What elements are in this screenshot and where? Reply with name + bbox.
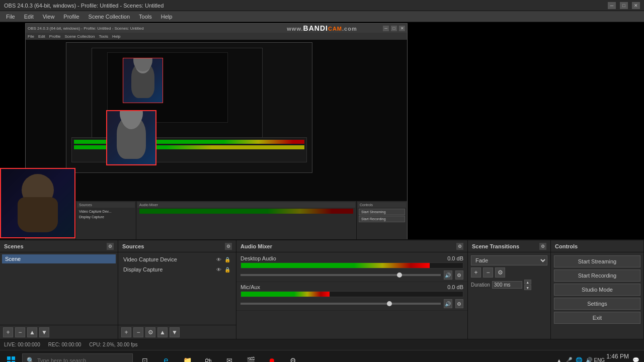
- source-lock-icon-video[interactable]: 🔒: [224, 256, 231, 263]
- inner-obs-title: OBS 24.0.3 (64-bit, windows) - Profile: …: [28, 26, 144, 31]
- sys-tray-chevron[interactable]: ▲: [555, 356, 563, 363]
- transition-type-select[interactable]: Fade Cut Swipe Slide Stinger Fade to Col…: [471, 255, 547, 265]
- inner-maximize-btn[interactable]: □: [391, 26, 397, 31]
- sources-list: Video Capture Device 👁 🔒 Display Capture…: [118, 252, 236, 325]
- scene-transitions-config-btn[interactable]: ⚙: [539, 243, 546, 250]
- close-button[interactable]: ✕: [632, 2, 640, 9]
- audio-track-desktop: Desktop Audio 0.0 dB 🔊 ⚙: [236, 253, 467, 282]
- audio-meter-desktop: [240, 262, 463, 268]
- studio-mode-button[interactable]: Studio Mode: [554, 284, 640, 296]
- transition-gear-btn[interactable]: ⚙: [495, 267, 505, 278]
- sources-add-btn[interactable]: +: [121, 327, 131, 337]
- minimize-button[interactable]: ─: [608, 2, 616, 9]
- sys-tray-lang[interactable]: ENG: [595, 356, 603, 363]
- taskbar-store-icon[interactable]: 🛍: [198, 351, 218, 363]
- system-clock[interactable]: 1:46 PM 7/12/2020: [606, 353, 629, 362]
- scene-transitions-title: Scene Transitions: [472, 243, 519, 249]
- start-streaming-button[interactable]: Start Streaming: [554, 255, 640, 267]
- maximize-button[interactable]: □: [620, 2, 628, 9]
- mic-gear-button[interactable]: ⚙: [455, 299, 463, 308]
- sys-tray-network-icon[interactable]: 🌐: [575, 356, 583, 363]
- sources-panel-config-btn[interactable]: ⚙: [225, 243, 232, 250]
- audio-mixer-header-controls: ⚙: [456, 243, 463, 250]
- sources-down-btn[interactable]: ▼: [170, 327, 180, 337]
- menu-help[interactable]: Help: [157, 13, 177, 21]
- preview-area: www.BANDICAM.com OBS 24.0.3 (64-bit, win…: [0, 22, 644, 239]
- menu-file[interactable]: File: [2, 13, 19, 21]
- taskbar-search-box[interactable]: 🔍: [22, 353, 133, 363]
- scenes-remove-btn[interactable]: −: [15, 327, 25, 337]
- taskbar-right: ▲ 🎤 🌐 🔊 ENG 1:46 PM 7/12/2020 💬: [555, 353, 642, 362]
- mic-volume-slider[interactable]: [240, 303, 441, 305]
- sys-tray-mic-icon[interactable]: 🎤: [565, 356, 573, 363]
- sources-panel-footer: + − ⚙ ▲ ▼: [118, 325, 236, 339]
- search-icon: 🔍: [27, 357, 34, 363]
- audio-mixer-config-btn[interactable]: ⚙: [456, 243, 463, 250]
- scenes-panel-title: Scenes: [4, 243, 24, 249]
- scenes-panel-config-btn[interactable]: ⚙: [107, 243, 114, 250]
- desktop-volume-slider[interactable]: [240, 274, 441, 276]
- sources-config-btn[interactable]: ⚙: [145, 327, 155, 337]
- audio-track-desktop-header: Desktop Audio 0.0 dB: [240, 255, 463, 261]
- taskbar-start-button[interactable]: [2, 351, 20, 363]
- duration-down-btn[interactable]: ▼: [524, 285, 531, 290]
- taskbar-edge-icon[interactable]: e: [156, 351, 176, 363]
- duration-up-btn[interactable]: ▲: [524, 280, 531, 285]
- audio-track-desktop-name: Desktop Audio: [240, 255, 276, 261]
- taskbar-rec-icon[interactable]: ⏺: [262, 351, 282, 363]
- scene-transitions-header: Scene Transitions ⚙: [468, 240, 550, 252]
- taskbar-settings-icon[interactable]: ⚙: [283, 351, 303, 363]
- inner-obs-canvas: [26, 40, 407, 201]
- inner-minimize-btn[interactable]: ─: [383, 26, 389, 31]
- scenes-up-btn[interactable]: ▲: [27, 327, 37, 337]
- sources-up-btn[interactable]: ▲: [157, 327, 168, 337]
- scenes-down-btn[interactable]: ▼: [39, 327, 49, 337]
- menu-tools[interactable]: Tools: [135, 13, 156, 21]
- source-item-video-capture[interactable]: Video Capture Device 👁 🔒: [120, 254, 234, 264]
- taskbar-obs-icon[interactable]: 🎬: [240, 351, 261, 363]
- mic-mute-button[interactable]: 🔊: [444, 299, 452, 308]
- taskbar-left: 🔍 ⊡ e 📁 🛍 ✉ 🎬 ⏺: [2, 351, 303, 363]
- sources-remove-btn[interactable]: −: [133, 327, 143, 337]
- menu-view[interactable]: View: [39, 13, 59, 21]
- source-item-display-capture[interactable]: Display Capture 👁 🔒: [120, 264, 234, 275]
- inner-obs-menu: File Edit Profile Scene Collection Tools…: [26, 33, 407, 40]
- settings-button[interactable]: Settings: [554, 298, 640, 310]
- audio-mixer-panel-header: Audio Mixer ⚙: [236, 240, 467, 252]
- exit-button[interactable]: Exit: [554, 312, 640, 324]
- desktop-gear-button[interactable]: ⚙: [455, 270, 463, 280]
- audio-mixer-panel: Audio Mixer ⚙ Desktop Audio 0.0 dB 🔊 ⚙: [236, 240, 468, 339]
- source-eye-icon-display[interactable]: 👁: [215, 266, 222, 273]
- taskbar-mail-icon[interactable]: ✉: [219, 351, 239, 363]
- source-lock-icon-display[interactable]: 🔒: [224, 266, 231, 273]
- transitions-add-remove: + − ⚙: [471, 267, 547, 278]
- audio-track-desktop-db: 0.0 dB: [447, 255, 463, 261]
- taskbar-task-view-btn[interactable]: ⊡: [135, 351, 155, 363]
- transition-remove-btn[interactable]: −: [483, 267, 493, 278]
- duration-controls: Duration ▲ ▼: [471, 280, 547, 290]
- scenes-add-btn[interactable]: +: [3, 327, 13, 337]
- audio-track-mic-controls: 🔊 ⚙: [240, 299, 463, 308]
- scenes-panel-header-controls: ⚙: [107, 243, 114, 250]
- duration-input[interactable]: [492, 281, 522, 289]
- desktop-mute-button[interactable]: 🔊: [444, 270, 452, 280]
- start-recording-button[interactable]: Start Recording: [554, 269, 640, 282]
- inner-close-btn[interactable]: ✕: [399, 26, 405, 31]
- statusbar: LIVE: 00:00:000 REC: 00:00:00 CPU: 2.0%,…: [0, 339, 644, 350]
- windows-logo-icon: [7, 356, 16, 363]
- source-eye-icon-video[interactable]: 👁: [215, 256, 222, 263]
- recursive-obs-preview: [66, 42, 312, 173]
- scenes-panel-footer: + − ▲ ▼: [0, 325, 118, 339]
- menu-profile[interactable]: Profile: [59, 13, 83, 21]
- audio-track-mic-header: Mic/Aux 0.0 dB: [240, 284, 463, 290]
- audio-track-desktop-controls: 🔊 ⚙: [240, 270, 463, 280]
- action-center-icon[interactable]: 💬: [632, 356, 640, 363]
- taskbar-search-input[interactable]: [37, 357, 128, 363]
- menu-edit[interactable]: Edit: [20, 13, 38, 21]
- sys-tray-volume-icon[interactable]: 🔊: [585, 356, 593, 363]
- sources-panel-header-controls: ⚙: [225, 243, 232, 250]
- menu-scene-collection[interactable]: Scene Collection: [85, 13, 134, 21]
- taskbar-explorer-icon[interactable]: 📁: [177, 351, 197, 363]
- transition-add-btn[interactable]: +: [471, 267, 481, 278]
- scene-item-scene[interactable]: Scene: [2, 254, 116, 263]
